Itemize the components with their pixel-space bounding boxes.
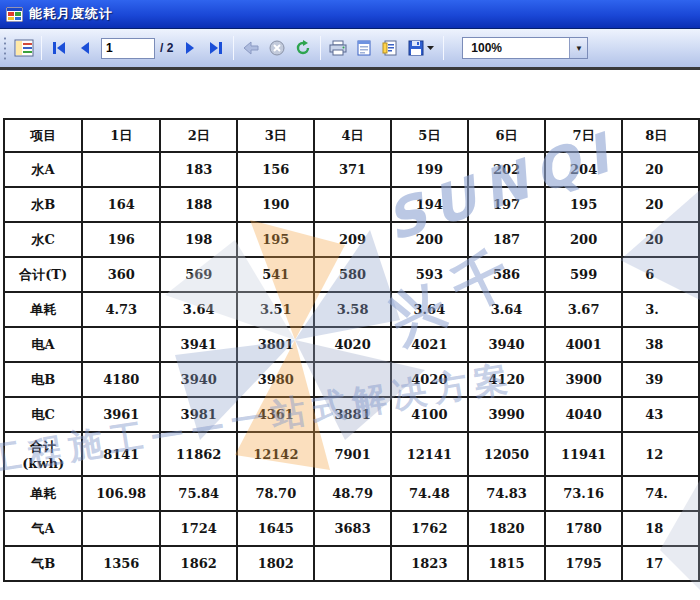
print-layout-icon[interactable] xyxy=(351,35,377,61)
page-number-input[interactable] xyxy=(101,38,155,59)
cell: 7901 xyxy=(314,432,390,476)
cell: 194 xyxy=(391,187,468,222)
cell: 12 xyxy=(622,432,699,476)
cell: 3.64 xyxy=(160,292,237,327)
cell: 4040 xyxy=(545,397,622,432)
cell: 74. xyxy=(622,476,699,511)
cell: 4021 xyxy=(391,327,468,362)
cell: 74.48 xyxy=(391,476,468,511)
previous-page-button[interactable] xyxy=(72,35,98,61)
row-label: 电C xyxy=(4,397,82,432)
cell: 4020 xyxy=(314,327,390,362)
app-icon xyxy=(6,7,23,22)
next-page-button[interactable] xyxy=(177,35,203,61)
last-page-button[interactable] xyxy=(203,35,229,61)
cell: 1645 xyxy=(237,511,314,546)
cell: 73.16 xyxy=(545,476,622,511)
cell: 20 xyxy=(622,222,699,257)
cell: 202 xyxy=(468,152,545,187)
table-row: 合计 (kwh)81411186212142790112141120501194… xyxy=(4,432,699,476)
cell xyxy=(82,511,160,546)
cell: 78.70 xyxy=(237,476,314,511)
report-table: 项目1日2日3日4日5日6日7日8日 水A1831563711992022042… xyxy=(3,118,700,582)
column-header: 4日 xyxy=(314,119,390,152)
cell: 3801 xyxy=(237,327,314,362)
cell: 188 xyxy=(160,187,237,222)
header-row: 项目1日2日3日4日5日6日7日8日 xyxy=(4,119,699,152)
table-row: 水C19619819520920018720020 xyxy=(4,222,699,257)
separator xyxy=(320,36,321,60)
report-page: 项目1日2日3日4日5日6日7日8日 水A1831563711992022042… xyxy=(0,70,700,600)
row-label: 合计(T) xyxy=(4,257,82,292)
cell: 209 xyxy=(314,222,390,257)
row-label: 水A xyxy=(4,152,82,187)
window-title: 能耗月度统计 xyxy=(29,5,113,23)
refresh-icon[interactable] xyxy=(290,35,316,61)
cell: 197 xyxy=(468,187,545,222)
row-label: 水C xyxy=(4,222,82,257)
cell xyxy=(314,187,390,222)
cell: 4120 xyxy=(468,362,545,397)
cell xyxy=(82,327,160,362)
stop-rendering-icon[interactable] xyxy=(264,35,290,61)
page-count-label: / 2 xyxy=(160,41,173,55)
cell: 195 xyxy=(237,222,314,257)
cell: 74.83 xyxy=(468,476,545,511)
cell: 200 xyxy=(545,222,622,257)
page-setup-icon[interactable] xyxy=(377,35,403,61)
first-page-button[interactable] xyxy=(46,35,72,61)
cell: 580 xyxy=(314,257,390,292)
cell: 4001 xyxy=(545,327,622,362)
cell: 371 xyxy=(314,152,390,187)
cell: 360 xyxy=(82,257,160,292)
table-row: 电C396139814361388141003990404043 xyxy=(4,397,699,432)
column-header: 7日 xyxy=(545,119,622,152)
toolbar-grip[interactable] xyxy=(3,36,8,60)
row-label: 单耗 xyxy=(4,476,82,511)
separator xyxy=(41,36,42,60)
row-label: 合计 (kwh) xyxy=(4,432,82,476)
report-viewer-window: 能耗月度统计 / 2 xyxy=(0,0,700,600)
cell: 1780 xyxy=(545,511,622,546)
cell: 156 xyxy=(237,152,314,187)
row-label: 单耗 xyxy=(4,292,82,327)
cell: 3683 xyxy=(314,511,390,546)
zoom-combobox[interactable]: 100% ▼ xyxy=(462,37,588,59)
cell: 3.67 xyxy=(545,292,622,327)
separator xyxy=(233,36,234,60)
table-row: 气A17241645368317621820178018 xyxy=(4,511,699,546)
cell: 18 xyxy=(622,511,699,546)
cell: 1795 xyxy=(545,546,622,581)
dropdown-caret-icon xyxy=(426,45,435,51)
cell: 12050 xyxy=(468,432,545,476)
cell: 1815 xyxy=(468,546,545,581)
report-toolbar: / 2 xyxy=(0,29,700,70)
cell: 3981 xyxy=(160,397,237,432)
row-label: 水B xyxy=(4,187,82,222)
table-row: 电A39413801402040213940400138 xyxy=(4,327,699,362)
cell: 541 xyxy=(237,257,314,292)
zoom-value: 100% xyxy=(463,41,569,55)
cell: 17 xyxy=(622,546,699,581)
export-save-button[interactable] xyxy=(403,35,439,61)
print-icon[interactable] xyxy=(325,35,351,61)
column-header: 项目 xyxy=(4,119,82,152)
cell: 3881 xyxy=(314,397,390,432)
column-header: 2日 xyxy=(160,119,237,152)
cell: 1724 xyxy=(160,511,237,546)
back-to-parent-icon[interactable] xyxy=(238,35,264,61)
cell: 3940 xyxy=(468,327,545,362)
cell: 3990 xyxy=(468,397,545,432)
cell xyxy=(314,362,390,397)
cell: 1862 xyxy=(160,546,237,581)
cell: 3.64 xyxy=(391,292,468,327)
cell: 106.98 xyxy=(82,476,160,511)
cell: 8141 xyxy=(82,432,160,476)
cell: 20 xyxy=(622,187,699,222)
cell: 20 xyxy=(622,152,699,187)
zoom-dropdown-icon[interactable]: ▼ xyxy=(569,38,587,58)
cell: 38 xyxy=(622,327,699,362)
column-header: 1日 xyxy=(82,119,160,152)
document-map-toggle-icon[interactable] xyxy=(11,35,37,61)
cell: 187 xyxy=(468,222,545,257)
